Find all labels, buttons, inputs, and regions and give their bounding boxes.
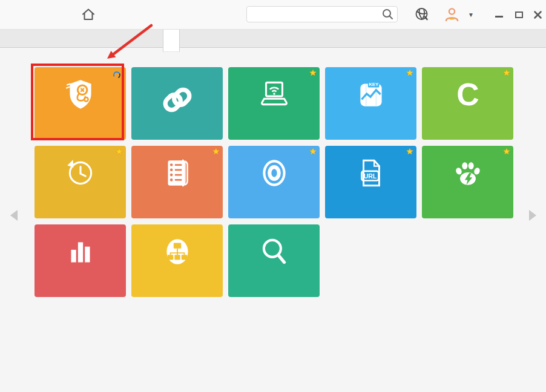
tile-baidu-url-submit[interactable]: URL★ (325, 146, 416, 218)
tile-website-checkup[interactable] (35, 67, 126, 140)
favorite-star-icon: ★ (406, 147, 413, 155)
user-avatar-icon[interactable] (444, 7, 460, 25)
app-window: ▼ ★ KEY★ C★ ★ ★ ★ (0, 0, 546, 392)
chevron-down-icon[interactable]: ▼ (468, 11, 474, 18)
favorite-star-icon: ★ (502, 68, 510, 77)
tile-sitemap[interactable] (131, 224, 223, 297)
tile-keyword-realtime-monitor[interactable]: ★ (228, 67, 320, 140)
favorite-star-icon: ★ (309, 147, 317, 155)
history-clock-icon (35, 155, 126, 191)
tile-link-exchange[interactable] (131, 67, 223, 140)
tile-keyword-backend-monitor[interactable]: KEY★ (325, 67, 416, 140)
favorite-star-icon: ★ (309, 68, 317, 77)
tab-common-tools[interactable] (147, 30, 163, 47)
key-chart-icon: KEY (325, 77, 416, 112)
maximize-button[interactable] (512, 8, 525, 21)
search-input[interactable] (246, 6, 398, 22)
tile-index-rate-dead-link[interactable]: ★ (228, 146, 320, 218)
tile-remote-ranking[interactable] (35, 224, 126, 297)
letter-c-icon: C (422, 77, 513, 112)
tool-grid-area: ★ KEY★ C★ ★ ★ ★ URL★ ★ (0, 48, 546, 392)
tab-encoding-convert[interactable] (180, 30, 196, 47)
favorite-star-icon: ★ (115, 147, 123, 155)
favorite-star-icon: ★ (212, 147, 220, 155)
tile-comprehensive-query[interactable] (228, 224, 320, 297)
pager-left-icon[interactable] (10, 210, 18, 221)
close-button[interactable] (531, 8, 544, 21)
bar-chart-icon (35, 234, 126, 269)
app-logo (8, 5, 10, 5)
home-icon[interactable] (81, 7, 96, 22)
shield-stethoscope-icon (35, 77, 126, 112)
favorite-star-icon: ★ (406, 68, 413, 77)
tab-optimization-assist[interactable] (163, 30, 180, 52)
network-globe-icon[interactable] (414, 7, 430, 25)
svg-text:URL: URL (363, 173, 376, 180)
magnifier-icon (228, 234, 320, 269)
titlebar: ▼ (0, 0, 546, 29)
search-box (246, 6, 398, 22)
minimize-button[interactable] (492, 8, 505, 21)
search-icon[interactable] (381, 8, 394, 23)
tile-log-analysis[interactable]: ★ (35, 146, 126, 218)
url-document-icon: URL (325, 155, 416, 191)
tile-baidu-backlinks[interactable]: ★ (422, 146, 513, 218)
sitemap-icon (131, 234, 223, 269)
notebook-list-icon (131, 155, 223, 191)
paw-lightning-icon (422, 155, 513, 191)
tile-site-group-query[interactable]: ★ (131, 146, 223, 218)
tab-other-tools[interactable] (211, 30, 227, 47)
chain-link-icon (131, 82, 223, 117)
tab-bar (0, 29, 546, 48)
favorite-star-icon: ★ (502, 147, 510, 155)
svg-text:KEY: KEY (369, 82, 379, 87)
laptop-wifi-icon (228, 77, 320, 112)
svg-text:C: C (456, 77, 479, 112)
ring-icon (228, 155, 320, 191)
tab-small-utilities[interactable] (196, 30, 211, 47)
pager-right-icon[interactable] (529, 210, 536, 221)
tile-keyword-mining[interactable]: C★ (422, 67, 513, 140)
